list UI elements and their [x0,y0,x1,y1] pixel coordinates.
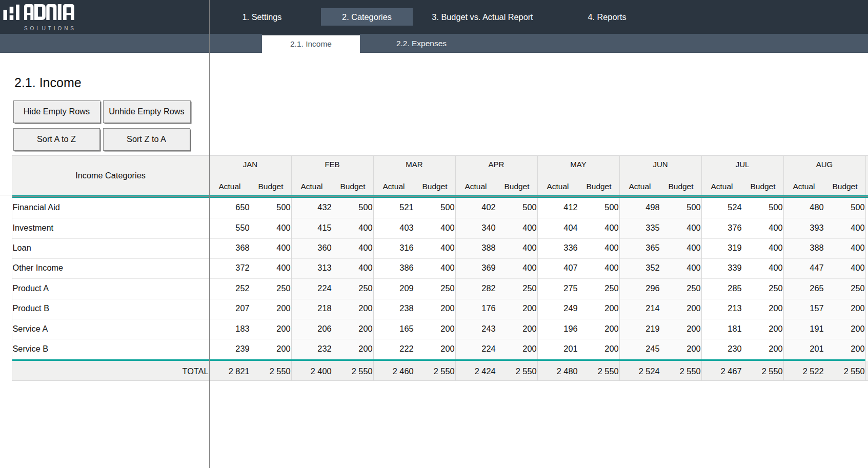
svg-text:SOLUTIONS: SOLUTIONS [24,26,76,31]
